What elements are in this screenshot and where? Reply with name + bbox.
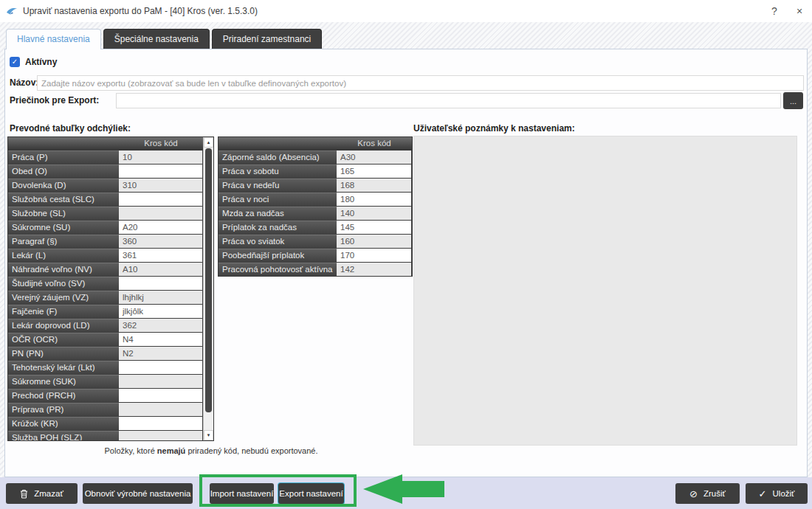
kros-code-cell[interactable]: 160 xyxy=(337,235,411,248)
row-label: Poobedňajší príplatok xyxy=(219,249,337,263)
table-row: Študijné voľno (SV) xyxy=(8,277,203,291)
name-input[interactable] xyxy=(37,75,804,91)
kros-code-cell[interactable]: 145 xyxy=(337,221,411,234)
header-empty-cell xyxy=(8,137,119,150)
kros-code-cell[interactable] xyxy=(119,361,202,374)
restore-defaults-button[interactable]: Obnoviť výrobné nastavenia xyxy=(83,483,193,504)
row-label: Služobne (SL) xyxy=(8,207,119,221)
kros-code-cell[interactable]: 140 xyxy=(337,207,411,220)
import-settings-button[interactable]: Import nastavení xyxy=(210,483,274,504)
table-row: Dovolenka (D)310 xyxy=(8,179,203,193)
scroll-down-icon[interactable]: ▼ xyxy=(204,430,213,440)
tab-assigned-employees[interactable]: Priradení zamestnanci xyxy=(212,29,322,49)
kros-code-cell[interactable]: 360 xyxy=(119,235,202,248)
row-label: Náhradné voľno (NV) xyxy=(8,263,119,277)
table-row: Lekár doprovod (LD)362 xyxy=(8,319,203,333)
deviation-table-right: Kros kód Záporné saldo (Absencia)A30Prác… xyxy=(218,136,413,277)
kros-code-cell[interactable] xyxy=(119,403,202,416)
active-checkbox[interactable]: ✓ xyxy=(10,57,20,67)
kros-code-cell[interactable]: N2 xyxy=(119,347,202,360)
table-row: Záporné saldo (Absencia)A30 xyxy=(219,150,412,165)
footnote-bold-text: nemajú xyxy=(157,446,186,455)
kros-code-cell[interactable]: 142 xyxy=(337,263,411,276)
help-button[interactable]: ? xyxy=(762,1,787,21)
kros-code-cell[interactable]: 170 xyxy=(337,249,411,262)
import-button-label: Import nastavení xyxy=(210,489,274,498)
table-row: Príprava (PR) xyxy=(8,403,203,417)
row-label: Príplatok za nadčas xyxy=(219,221,337,235)
kros-code-cell[interactable]: 165 xyxy=(337,165,411,178)
kros-code-cell[interactable] xyxy=(119,375,202,388)
close-button[interactable]: × xyxy=(787,1,812,21)
row-label: Súkromne (SU) xyxy=(8,221,119,235)
table-row: Súkromne (SU)A20 xyxy=(8,221,203,235)
kros-code-cell[interactable]: 310 xyxy=(119,179,202,192)
delete-button[interactable]: Zmazať xyxy=(6,483,78,504)
tab-special-settings[interactable]: Špeciálne nastavenia xyxy=(103,29,210,49)
kros-code-cell[interactable] xyxy=(119,277,202,290)
kros-code-cell[interactable] xyxy=(119,165,202,178)
scrollbar-track[interactable] xyxy=(204,148,213,430)
row-label: Práca v sobotu xyxy=(219,165,337,179)
cancel-button[interactable]: ⊘ Zrušiť xyxy=(675,483,740,504)
kros-code-cell[interactable]: lhjhlkj xyxy=(119,291,202,304)
export-settings-button[interactable]: Export nastavení xyxy=(278,483,344,504)
table-header: Kros kód xyxy=(8,137,203,150)
right-table-rows: Záporné saldo (Absencia)A30Práca v sobot… xyxy=(219,150,412,277)
row-label: Služba POH (SLZ) xyxy=(8,431,119,441)
table-row: Poobedňajší príplatok170 xyxy=(219,249,412,263)
kros-code-cell[interactable] xyxy=(119,417,202,430)
kros-code-cell[interactable]: 10 xyxy=(119,150,202,164)
table-header: Kros kód xyxy=(219,137,412,150)
table-row: Práca v sobotu165 xyxy=(219,165,412,179)
table-row: Práca v noci180 xyxy=(219,193,412,207)
highlight-arrow-body xyxy=(402,481,444,497)
kros-code-cell[interactable]: 361 xyxy=(119,249,202,262)
export-settings-dialog: Upraviť nastavenia exportu do PaM - [40]… xyxy=(0,0,812,509)
kros-code-cell[interactable]: 180 xyxy=(337,193,411,206)
kros-code-cell[interactable]: 168 xyxy=(337,179,411,192)
row-label: Súkromne (SUK) xyxy=(8,375,119,389)
table-row: Práca v nedeľu168 xyxy=(219,179,412,193)
tab-bar: Hlavné nastavenia Špeciálne nastavenia P… xyxy=(6,29,322,49)
table-row: Tehotenský lekár (Lkt) xyxy=(8,361,203,375)
kros-code-cell[interactable]: N4 xyxy=(119,333,202,346)
table-row: Príplatok za nadčas145 xyxy=(219,221,412,235)
export-button-label: Export nastavení xyxy=(279,489,343,498)
header-empty-cell xyxy=(219,137,337,150)
table-row: Práca vo sviatok160 xyxy=(219,235,412,249)
kros-code-cell[interactable] xyxy=(119,431,202,441)
cancel-button-label: Zrušiť xyxy=(703,489,726,498)
kros-code-cell[interactable]: 362 xyxy=(119,319,202,332)
row-label: Lekár (L) xyxy=(8,249,119,263)
table-row: OČR (OCR)N4 xyxy=(8,333,203,347)
table-row: Verejný záujem (VZ)lhjhlkj xyxy=(8,291,203,305)
window-title: Upraviť nastavenia exportu do PaM - [40]… xyxy=(23,6,258,16)
dialog-body: Hlavné nastavenia Špeciálne nastavenia P… xyxy=(0,22,812,509)
highlight-arrow-icon xyxy=(363,474,402,504)
scrollbar-thumb[interactable] xyxy=(205,148,212,412)
app-icon xyxy=(6,5,18,17)
kros-code-cell[interactable] xyxy=(119,193,202,206)
kros-code-cell[interactable]: A20 xyxy=(119,221,202,234)
row-label: Práca (P) xyxy=(8,150,119,165)
kros-code-cell[interactable]: A30 xyxy=(337,150,411,164)
kros-code-column-header: Kros kód xyxy=(119,137,203,150)
row-label: Lekár doprovod (LD) xyxy=(8,319,119,333)
restore-button-label: Obnoviť výrobné nastavenia xyxy=(85,489,191,498)
table-row: Služobne (SL) xyxy=(8,207,203,221)
kros-code-cell[interactable]: jlkjôlk xyxy=(119,305,202,318)
row-label: Verejný záujem (VZ) xyxy=(8,291,119,305)
kros-code-cell[interactable] xyxy=(119,207,202,220)
folder-input[interactable] xyxy=(116,93,781,108)
row-label: Služobná cesta (SLC) xyxy=(8,193,119,207)
kros-code-cell[interactable] xyxy=(119,389,202,402)
user-notes-textarea[interactable] xyxy=(413,136,797,446)
browse-folder-button[interactable]: ... xyxy=(783,92,803,109)
vertical-scrollbar[interactable]: ▲ ▼ xyxy=(203,137,213,440)
row-label: Mzda za nadčas xyxy=(219,207,337,221)
save-button[interactable]: ✓ Uložiť xyxy=(746,483,808,504)
kros-code-cell[interactable]: A10 xyxy=(119,263,202,276)
scroll-up-icon[interactable]: ▲ xyxy=(204,137,213,148)
tab-main-settings[interactable]: Hlavné nastavenia xyxy=(6,29,101,49)
